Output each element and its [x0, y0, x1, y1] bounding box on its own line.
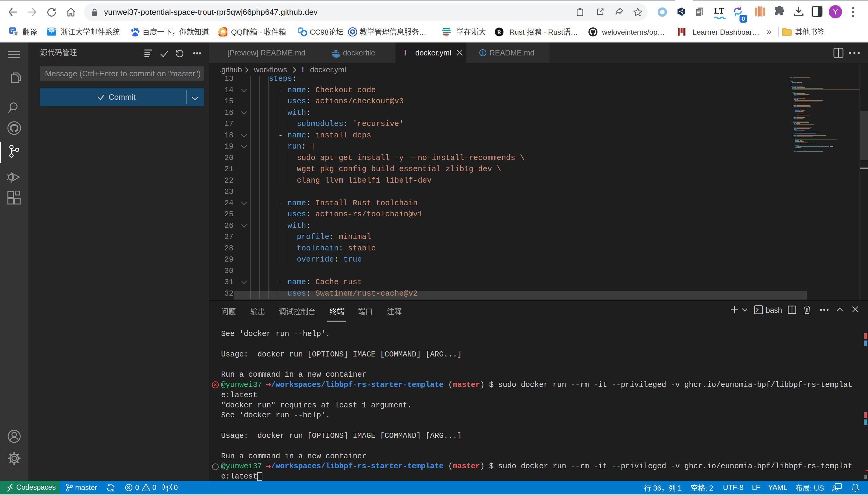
- svg-text:文: 文: [14, 31, 17, 36]
- svg-text:R: R: [497, 29, 502, 35]
